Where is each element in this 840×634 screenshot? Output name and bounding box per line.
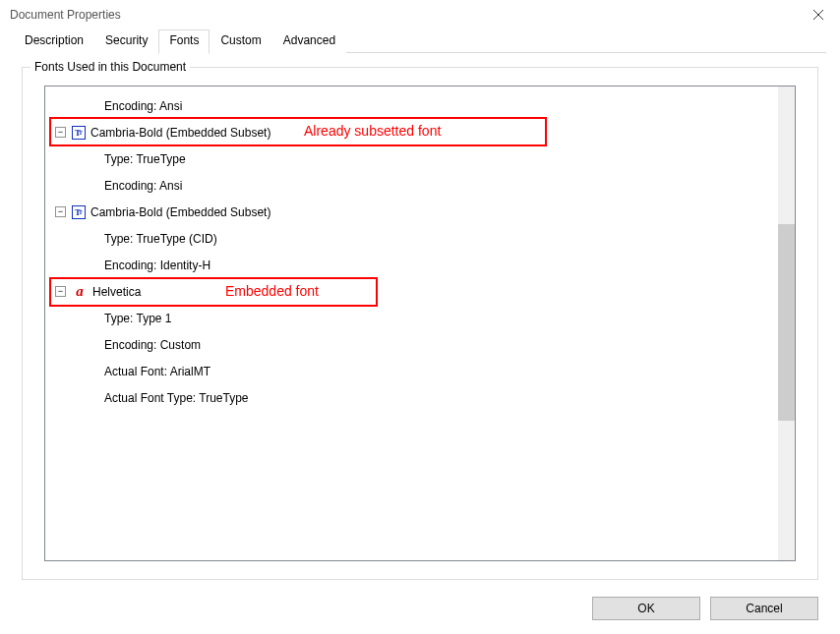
font-detail-encoding: Encoding: Identity-H (45, 252, 778, 278)
cancel-button[interactable]: Cancel (710, 597, 818, 620)
detail-text: Encoding: Custom (104, 338, 201, 352)
ok-button[interactable]: OK (592, 597, 700, 620)
type1-font-icon: a (72, 285, 88, 299)
scrollbar-thumb[interactable] (778, 224, 795, 421)
font-name-label: Helvetica (92, 285, 141, 299)
detail-text: Encoding: Ansi (104, 179, 182, 193)
font-node-helvetica[interactable]: − a Helvetica (45, 278, 778, 305)
font-name-label: Cambria-Bold (Embedded Subset) (90, 205, 270, 219)
detail-text: Type: TrueType (CID) (104, 232, 217, 246)
tt-glyph-sub: T (79, 209, 83, 215)
detail-text: Type: Type 1 (104, 312, 172, 325)
detail-text: Actual Font Type: TrueType (104, 391, 249, 405)
detail-text: Actual Font: ArialMT (104, 365, 210, 378)
fonts-tree[interactable]: Encoding: Ansi − TT Cambria-Bold (Embedd… (45, 86, 778, 560)
font-name-label: Cambria-Bold (Embedded Subset) (90, 126, 270, 140)
font-detail-encoding: Encoding: Custom (45, 331, 778, 358)
font-detail-type: Type: TrueType (CID) (45, 225, 778, 252)
fonts-tree-container: Encoding: Ansi − TT Cambria-Bold (Embedd… (44, 86, 796, 561)
detail-text: Type: TrueType (104, 152, 186, 166)
font-detail-type: Type: TrueType (45, 145, 778, 172)
tab-fonts[interactable]: Fonts (158, 29, 210, 54)
font-node-cambria-bold-2[interactable]: − TT Cambria-Bold (Embedded Subset) (45, 199, 778, 225)
truetype-font-icon: TT (72, 126, 86, 140)
tree-expander-icon[interactable]: − (55, 286, 66, 297)
detail-text: Encoding: Ansi (104, 99, 182, 113)
window-titlebar: Document Properties (0, 0, 840, 29)
window-title: Document Properties (10, 8, 121, 22)
vertical-scrollbar[interactable] (778, 86, 795, 560)
font-node-cambria-bold-1[interactable]: − TT Cambria-Bold (Embedded Subset) (45, 119, 778, 145)
groupbox-legend: Fonts Used in this Document (30, 60, 190, 74)
tab-advanced[interactable]: Advanced (272, 29, 346, 53)
tab-security[interactable]: Security (94, 29, 158, 53)
truetype-font-icon: TT (72, 205, 86, 219)
font-detail-actual-font: Actual Font: ArialMT (45, 358, 778, 384)
tree-expander-icon[interactable]: − (55, 127, 66, 138)
detail-text: Encoding: Identity-H (104, 259, 210, 272)
font-detail-type: Type: Type 1 (45, 305, 778, 331)
font-detail-encoding: Encoding: Ansi (45, 92, 778, 119)
font-detail-encoding: Encoding: Ansi (45, 172, 778, 199)
close-icon (813, 10, 823, 20)
tree-expander-icon[interactable]: − (55, 206, 66, 217)
dialog-button-bar: OK Cancel (592, 597, 818, 620)
fonts-groupbox: Fonts Used in this Document Encoding: An… (22, 67, 818, 580)
font-detail-actual-font-type: Actual Font Type: TrueType (45, 384, 778, 411)
window-close-button[interactable] (796, 0, 840, 29)
tab-strip: Description Security Fonts Custom Advanc… (0, 29, 840, 53)
tab-description[interactable]: Description (14, 29, 94, 53)
tt-glyph-sub: T (79, 130, 83, 136)
tab-custom[interactable]: Custom (210, 29, 271, 53)
